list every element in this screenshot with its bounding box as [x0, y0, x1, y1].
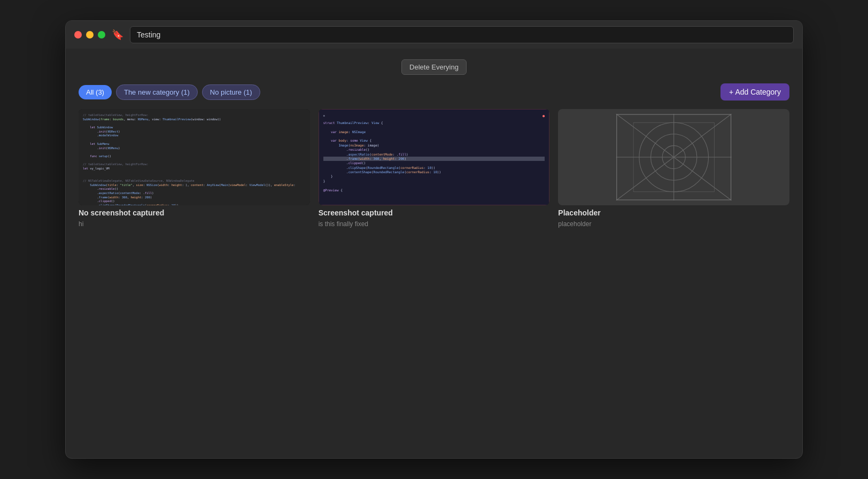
card-screenshot: ● ● struct ThumbnailPreview: View { var …: [319, 109, 550, 447]
card-subtitle-2: is this finally fixed: [319, 220, 550, 228]
delete-button[interactable]: Delete Everying: [401, 59, 467, 75]
bookmark-icon: 🔖: [112, 29, 123, 41]
minimize-button[interactable]: [86, 31, 94, 38]
content-area: Delete Everying All (3) The new category…: [66, 49, 802, 458]
card-thumbnail-1: // tableView(tableView, heightForRow: Su…: [79, 109, 310, 205]
traffic-lights: [74, 31, 105, 38]
card-title-3: Placeholder: [558, 208, 789, 217]
filter-no-picture[interactable]: No picture (1): [202, 84, 260, 100]
maximize-button[interactable]: [98, 31, 105, 38]
filter-all[interactable]: All (3): [79, 85, 112, 99]
delete-row: Delete Everying: [79, 59, 789, 75]
card-title-2: Screenshot captured: [319, 208, 550, 217]
filter-row: All (3) The new category (1) No picture …: [79, 83, 789, 101]
card-title-1: No screenshot captured: [79, 208, 310, 217]
card-thumbnail-3: [558, 109, 789, 205]
search-input[interactable]: [130, 26, 794, 43]
card-subtitle-3: placeholder: [558, 220, 789, 228]
cards-grid: // tableView(tableView, heightForRow: Su…: [79, 109, 789, 447]
code-preview-1: // tableView(tableView, heightForRow: Su…: [79, 109, 310, 205]
add-category-button[interactable]: + Add Category: [720, 83, 789, 101]
main-window: 🔖 Delete Everying All (3) The new catego…: [65, 20, 803, 459]
card-thumbnail-2: ● ● struct ThumbnailPreview: View { var …: [319, 109, 550, 205]
placeholder-image: [558, 109, 789, 205]
card-subtitle-1: hi: [79, 220, 310, 228]
filter-new-category[interactable]: The new category (1): [116, 84, 198, 100]
card-no-screenshot: // tableView(tableView, heightForRow: Su…: [79, 109, 310, 447]
code-preview-2: ● ● struct ThumbnailPreview: View { var …: [319, 109, 550, 205]
card-placeholder: Placeholder placeholder: [558, 109, 789, 447]
titlebar: 🔖: [66, 21, 802, 49]
close-button[interactable]: [74, 31, 82, 38]
